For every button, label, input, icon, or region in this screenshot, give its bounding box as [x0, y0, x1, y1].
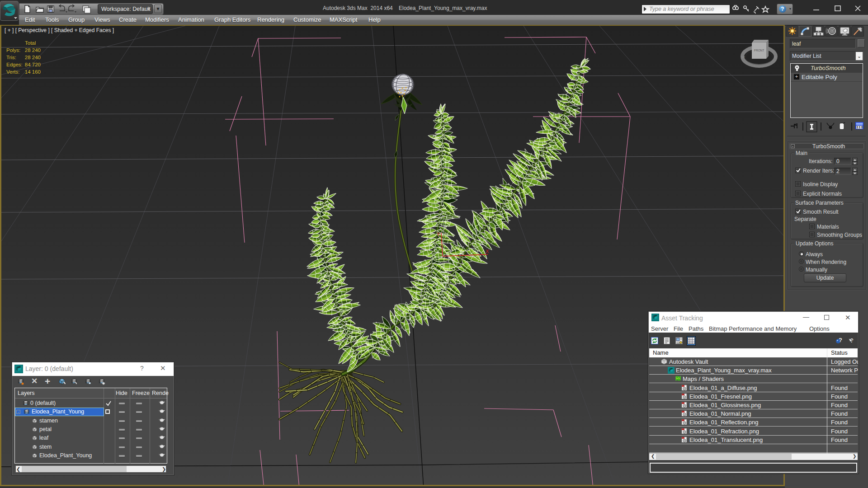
svg-text:28 240: 28 240 — [25, 55, 41, 60]
svg-text:28 240: 28 240 — [25, 47, 41, 53]
svg-text:Edges:: Edges: — [6, 62, 23, 67]
svg-text:FRONT: FRONT — [754, 49, 764, 52]
svg-text:E: E — [774, 55, 776, 59]
svg-text:[ + ] [ Perspective ] [ Shaded: [ + ] [ Perspective ] [ Shaded + Edged F… — [5, 27, 114, 33]
svg-text:Verts:: Verts: — [6, 69, 19, 75]
svg-text:W: W — [741, 55, 745, 59]
svg-text:X: X — [486, 249, 489, 254]
svg-text:Polys:: Polys: — [6, 47, 20, 53]
svg-text:14 160: 14 160 — [25, 69, 41, 75]
svg-text:Y: Y — [437, 231, 440, 237]
svg-text:Total: Total — [25, 40, 36, 46]
svg-text:?: ? — [839, 337, 842, 343]
svg-text:84 720: 84 720 — [25, 62, 41, 67]
svg-text:Tris:: Tris: — [6, 55, 16, 60]
